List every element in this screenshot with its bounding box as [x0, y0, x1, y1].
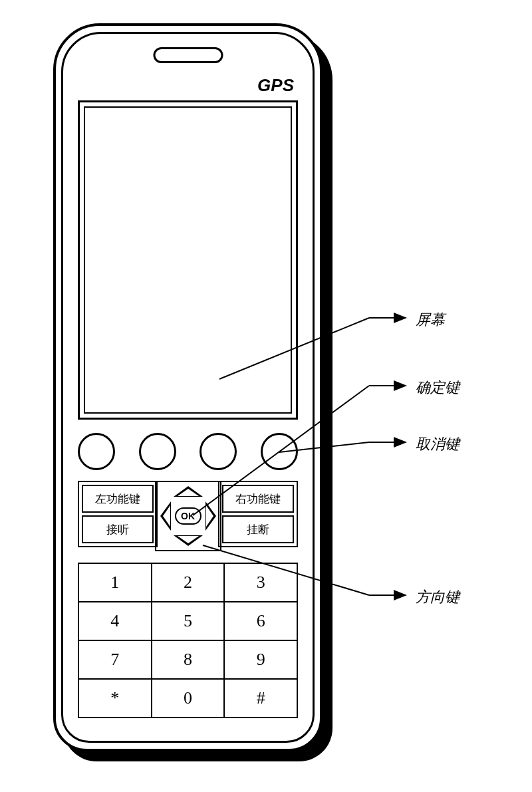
key-1[interactable]: 1	[78, 563, 152, 602]
shortcut-button-1[interactable]	[78, 433, 115, 470]
ok-button[interactable]: OK	[175, 507, 201, 525]
left-function-group: 左功能键 接听	[78, 481, 158, 547]
callout-cancel-key: 取消键	[416, 434, 460, 454]
speaker-grill	[153, 47, 223, 63]
key-2[interactable]: 2	[152, 563, 225, 602]
key-star[interactable]: *	[78, 679, 152, 718]
callout-screen: 屏幕	[416, 310, 445, 330]
key-9[interactable]: 9	[224, 640, 297, 679]
screen[interactable]	[84, 106, 292, 414]
shortcut-button-4[interactable]	[261, 433, 298, 470]
phone-inner-body: GPS 左功能键 接听 OK 右功能	[61, 32, 315, 743]
shortcut-button-3[interactable]	[200, 433, 237, 470]
function-key-row: 左功能键 接听 OK 右功能键 挂断	[78, 481, 298, 553]
dpad: OK	[155, 481, 221, 551]
callout-direction-key: 方向键	[416, 587, 460, 607]
gps-label: GPS	[257, 75, 294, 96]
hangup-key[interactable]: 挂断	[222, 515, 294, 543]
answer-key[interactable]: 接听	[82, 515, 154, 543]
key-8[interactable]: 8	[152, 640, 225, 679]
shortcut-button-row	[78, 433, 298, 470]
key-3[interactable]: 3	[224, 563, 297, 602]
key-6[interactable]: 6	[224, 602, 297, 640]
callout-ok-key: 确定键	[416, 378, 460, 398]
right-soft-key[interactable]: 右功能键	[222, 485, 294, 513]
key-hash[interactable]: #	[224, 679, 297, 718]
key-5[interactable]: 5	[152, 602, 225, 640]
right-function-group: 右功能键 挂断	[218, 481, 298, 547]
screen-bezel	[78, 100, 298, 420]
left-soft-key[interactable]: 左功能键	[82, 485, 154, 513]
key-0[interactable]: 0	[152, 679, 225, 718]
key-7[interactable]: 7	[78, 640, 152, 679]
shortcut-button-2[interactable]	[139, 433, 176, 470]
numeric-keypad: 1 2 3 4 5 6 7 8 9 * 0 #	[78, 563, 298, 718]
key-4[interactable]: 4	[78, 602, 152, 640]
